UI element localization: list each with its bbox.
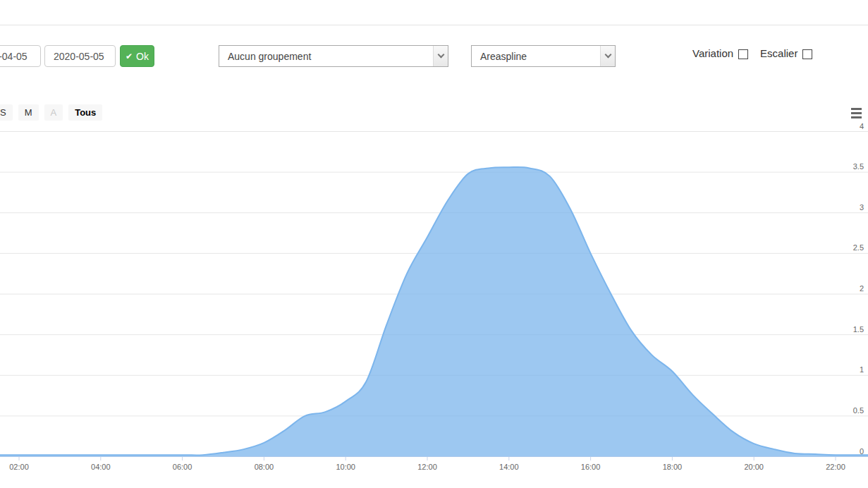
series-area <box>0 167 868 457</box>
app-root: ✔ Ok Aucun groupement Areaspline Variati… <box>0 0 868 488</box>
y-axis-label: 1.5 <box>853 325 864 334</box>
areaspline-chart: 00.511.522.533.5402:0004:0006:0008:0010:… <box>0 0 868 488</box>
y-axis-label: 1 <box>860 365 864 374</box>
y-axis-label: 3 <box>860 203 864 212</box>
y-axis-label: 2.5 <box>853 243 864 252</box>
y-axis-label: 3.5 <box>853 162 864 171</box>
x-axis-label: 06:00 <box>173 463 192 471</box>
x-axis-label: 04:00 <box>91 463 111 471</box>
y-axis-label: 2 <box>860 284 864 293</box>
x-axis-label: 18:00 <box>663 463 683 471</box>
x-axis-label: 12:00 <box>417 463 437 471</box>
x-axis-label: 16:00 <box>581 463 601 471</box>
x-axis-label: 22:00 <box>826 463 845 471</box>
y-axis-label: 4 <box>860 122 864 130</box>
x-axis-label: 20:00 <box>744 463 764 471</box>
y-axis-label: 0 <box>860 447 864 456</box>
x-axis-label: 02:00 <box>9 463 29 471</box>
x-axis-label: 14:00 <box>499 463 519 471</box>
x-axis-label: 08:00 <box>255 463 274 471</box>
x-axis-label: 10:00 <box>336 463 355 471</box>
y-axis-label: 0.5 <box>853 406 864 415</box>
